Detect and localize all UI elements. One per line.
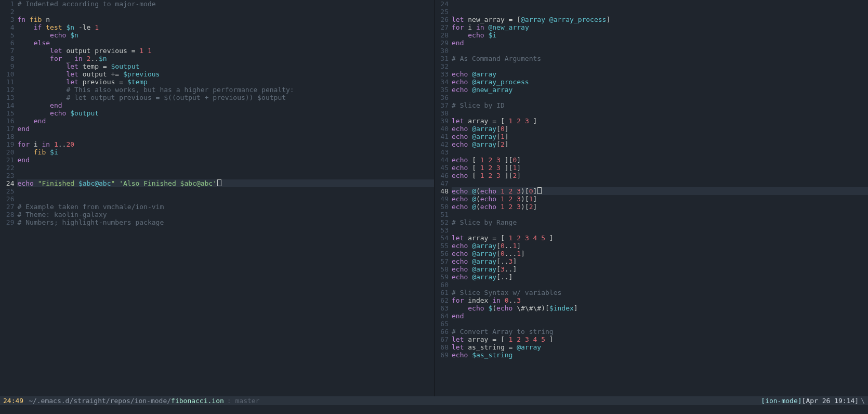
code-line[interactable]: let new_array = [@array @array_process] bbox=[452, 16, 868, 23]
code-line[interactable]: echo $n bbox=[17, 31, 433, 39]
code-line[interactable]: echo @array[3..] bbox=[452, 265, 868, 273]
code-line[interactable]: echo @(echo 1 2 3)[1] bbox=[452, 195, 868, 203]
code-line[interactable] bbox=[452, 62, 868, 70]
code-line[interactable] bbox=[452, 47, 868, 55]
modeline-trailing: \ bbox=[861, 397, 865, 405]
code-line[interactable]: else bbox=[17, 39, 433, 47]
code-line[interactable] bbox=[452, 8, 868, 16]
code-line[interactable]: echo @new_array bbox=[452, 86, 868, 94]
code-line[interactable] bbox=[17, 8, 433, 16]
code-line[interactable]: echo @array_process bbox=[452, 78, 868, 86]
right-gutter: 24 25 26 27 28 29 30 31 32 33 34 35 36 3… bbox=[435, 0, 452, 396]
code-line[interactable]: echo [ 1 2 3 ][2] bbox=[452, 172, 868, 179]
code-line[interactable]: echo @(echo 1 2 3)[2] bbox=[452, 203, 868, 211]
code-line[interactable]: # Slice by ID bbox=[452, 101, 868, 109]
code-line[interactable]: echo @array[..3] bbox=[452, 257, 868, 265]
code-line[interactable]: end bbox=[452, 312, 868, 320]
code-line[interactable]: end bbox=[17, 156, 433, 164]
left-gutter: 1 2 3 4 5 6 7 8 9 10 11 12 13 14 15 16 1… bbox=[0, 0, 17, 396]
code-line[interactable]: # Slice Syntax w/ variables bbox=[452, 289, 868, 296]
code-line[interactable]: echo @array bbox=[452, 70, 868, 78]
code-line[interactable] bbox=[452, 109, 868, 117]
cursor bbox=[217, 179, 221, 186]
code-line[interactable]: # let output previous = $((output + prev… bbox=[17, 94, 433, 101]
code-line[interactable]: fib $i bbox=[17, 148, 433, 156]
code-line[interactable]: # Numbers; highlight-numbers package bbox=[17, 218, 433, 226]
code-line[interactable]: end bbox=[452, 39, 868, 47]
code-line[interactable]: let temp = $output bbox=[17, 62, 433, 70]
code-line[interactable]: echo @(echo 1 2 3)[0] bbox=[452, 187, 868, 195]
code-line[interactable] bbox=[452, 94, 868, 101]
major-mode: [ion-mode] bbox=[761, 397, 801, 405]
code-line[interactable]: echo $(echo \#\#\#)[$index] bbox=[452, 304, 868, 312]
code-line[interactable]: # Theme: kaolin-galaxy bbox=[17, 211, 433, 218]
code-line[interactable]: let previous = $temp bbox=[17, 78, 433, 86]
code-line[interactable] bbox=[452, 0, 868, 8]
code-line[interactable]: let output += $previous bbox=[17, 70, 433, 78]
datetime: [Apr 26 19:14] bbox=[802, 397, 859, 405]
code-line[interactable]: end bbox=[17, 125, 433, 133]
code-line[interactable]: for i in @new_array bbox=[452, 23, 868, 31]
code-line[interactable]: for index in 0..3 bbox=[452, 296, 868, 304]
code-line[interactable]: # Convert Array to string bbox=[452, 328, 868, 335]
echo-area[interactable] bbox=[0, 405, 868, 414]
code-line[interactable]: for i in 1..20 bbox=[17, 140, 433, 148]
left-pane[interactable]: 1 2 3 4 5 6 7 8 9 10 11 12 13 14 15 16 1… bbox=[0, 0, 434, 396]
code-line[interactable]: fn fib n bbox=[17, 16, 433, 23]
code-line[interactable]: for _ in 2..$n bbox=[17, 55, 433, 62]
mode-line: 24:49 ~/.emacs.d/straight/repos/ion-mode… bbox=[0, 396, 868, 405]
code-line[interactable]: echo @array[..] bbox=[452, 273, 868, 281]
cursor-position: 24:49 bbox=[3, 397, 23, 405]
code-line[interactable]: echo $i bbox=[452, 31, 868, 39]
code-line[interactable] bbox=[17, 172, 433, 179]
vc-branch: : master bbox=[227, 397, 260, 405]
code-line[interactable]: echo @array[1] bbox=[452, 133, 868, 140]
right-pane[interactable]: 24 25 26 27 28 29 30 31 32 33 34 35 36 3… bbox=[435, 0, 869, 396]
code-line[interactable]: echo $as_string bbox=[452, 351, 868, 359]
cursor bbox=[537, 187, 542, 194]
code-line[interactable] bbox=[452, 148, 868, 156]
code-line[interactable]: let array = [ 1 2 3 ] bbox=[452, 117, 868, 125]
code-line[interactable]: let array = [ 1 2 3 4 5 ] bbox=[452, 234, 868, 242]
code-line[interactable] bbox=[17, 164, 433, 172]
code-line[interactable] bbox=[452, 179, 868, 187]
code-line[interactable]: end bbox=[17, 117, 433, 125]
code-line[interactable] bbox=[17, 133, 433, 140]
code-line[interactable] bbox=[452, 226, 868, 234]
code-line[interactable]: # Slice by Range bbox=[452, 218, 868, 226]
code-line[interactable]: echo @array[0...1] bbox=[452, 250, 868, 257]
code-line[interactable]: echo [ 1 2 3 ][1] bbox=[452, 164, 868, 172]
code-line[interactable]: let output previous = 1 1 bbox=[17, 47, 433, 55]
left-code-area[interactable]: # Indented according to major-modefn fib… bbox=[17, 0, 433, 396]
code-line[interactable] bbox=[452, 320, 868, 328]
editor-split: 1 2 3 4 5 6 7 8 9 10 11 12 13 14 15 16 1… bbox=[0, 0, 868, 396]
code-line[interactable] bbox=[452, 211, 868, 218]
code-line[interactable]: echo $output bbox=[17, 109, 433, 117]
code-line[interactable]: echo "Finished $abc@abc" 'Also Finished … bbox=[17, 179, 433, 187]
code-line[interactable]: end bbox=[17, 101, 433, 109]
code-line[interactable]: if test $n -le 1 bbox=[17, 23, 433, 31]
code-line[interactable]: let as_string = @array bbox=[452, 343, 868, 351]
code-line[interactable]: echo @array[0] bbox=[452, 125, 868, 133]
code-line[interactable]: # Example taken from vmchale/ion-vim bbox=[17, 203, 433, 211]
code-line[interactable]: echo @array[2] bbox=[452, 140, 868, 148]
code-line[interactable]: # Indented according to major-mode bbox=[17, 0, 433, 8]
code-line[interactable]: # As Command Arguments bbox=[452, 55, 868, 62]
code-line[interactable] bbox=[17, 195, 433, 203]
code-line[interactable]: let array = [ 1 2 3 4 5 ] bbox=[452, 335, 868, 343]
file-path-prefix: ~/.emacs.d/straight/repos/ion-mode/ bbox=[29, 397, 171, 405]
code-line[interactable]: echo @array[0..1] bbox=[452, 242, 868, 250]
code-line[interactable]: echo [ 1 2 3 ][0] bbox=[452, 156, 868, 164]
code-line[interactable]: # This also works, but has a higher perf… bbox=[17, 86, 433, 94]
code-line[interactable] bbox=[452, 281, 868, 289]
right-code-area[interactable]: let new_array = [@array @array_process]f… bbox=[452, 0, 868, 396]
file-name: fibonacci.ion bbox=[171, 397, 224, 405]
code-line[interactable] bbox=[17, 187, 433, 195]
